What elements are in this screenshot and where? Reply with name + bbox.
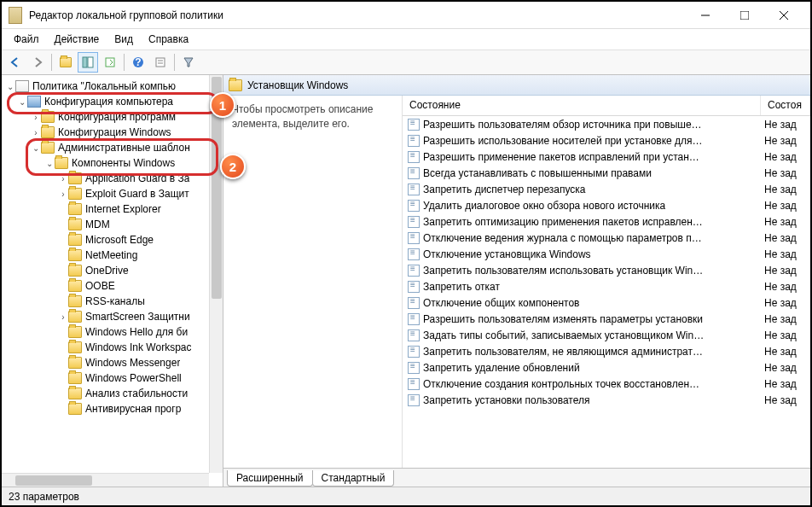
- tree-windows-settings[interactable]: Конфигурация Windows: [2, 125, 223, 140]
- list-row[interactable]: Отключение создания контрольных точек во…: [403, 376, 810, 392]
- tree-item[interactable]: RSS-каналы: [2, 294, 223, 309]
- tree-item[interactable]: Application Guard в За: [2, 171, 223, 186]
- setting-state: Не зад: [761, 216, 810, 228]
- menu-view[interactable]: Вид: [107, 32, 140, 47]
- setting-name: Отключение общих компонентов: [423, 297, 580, 309]
- list-row[interactable]: Запретить удаление обновленийНе зад: [403, 359, 810, 376]
- folder-icon: [55, 157, 68, 169]
- list-row[interactable]: Отключение установщика WindowsНе зад: [403, 246, 810, 262]
- tree-item[interactable]: Windows Ink Workspac: [2, 340, 223, 355]
- tree-item[interactable]: MDM: [2, 217, 223, 232]
- tree-root[interactable]: Политика "Локальный компью: [2, 79, 223, 94]
- setting-state: Не зад: [761, 394, 810, 406]
- policy-icon: [408, 329, 420, 341]
- up-button[interactable]: [55, 52, 76, 73]
- setting-state: Не зад: [761, 346, 810, 358]
- tab-extended[interactable]: Расширенный: [227, 470, 313, 487]
- funnel-icon: [183, 56, 194, 68]
- tree-item[interactable]: OOBE: [2, 278, 223, 294]
- caret-icon[interactable]: [44, 159, 55, 168]
- list-row[interactable]: Запретить оптимизацию применения пакетов…: [403, 213, 810, 230]
- list-row[interactable]: Удалить диалоговое окно обзора нового ис…: [403, 197, 810, 213]
- help-button[interactable]: ?: [128, 52, 148, 73]
- detail-pane: Установщик Windows Чтобы просмотреть опи…: [223, 75, 810, 487]
- scroll-thumb[interactable]: [15, 475, 92, 486]
- list-row[interactable]: Разрешить использование носителей при ус…: [403, 132, 810, 149]
- tree-item[interactable]: Анализ стабильности: [2, 386, 223, 401]
- list-row[interactable]: Всегда устанавливать с повышенными права…: [403, 165, 810, 181]
- menu-help[interactable]: Справка: [142, 32, 195, 47]
- tree-item[interactable]: Windows Messenger: [2, 355, 223, 370]
- tree-item[interactable]: Windows Hello для би: [2, 324, 223, 340]
- caret-icon[interactable]: [17, 97, 27, 107]
- folder-icon: [68, 249, 82, 261]
- list-rows[interactable]: Разрешить пользователям обзор источника …: [403, 116, 810, 468]
- detail-title: Установщик Windows: [247, 79, 348, 91]
- menu-file[interactable]: Файл: [7, 32, 46, 47]
- tree-item[interactable]: Windows PowerShell: [2, 370, 223, 386]
- tree-item-label: OOBE: [85, 280, 115, 292]
- list-row[interactable]: Разрешить пользователям обзор источника …: [403, 116, 810, 132]
- show-tree-button[interactable]: [78, 52, 98, 73]
- minimize-button[interactable]: [686, 3, 725, 28]
- setting-state: Не зад: [761, 378, 810, 390]
- caret-icon[interactable]: [58, 189, 68, 199]
- tree-horizontal-scrollbar[interactable]: [2, 473, 209, 487]
- tree-software-settings[interactable]: Конфигурация программ: [2, 109, 223, 125]
- list-row[interactable]: Запретить пользователям, не являющимся а…: [403, 343, 810, 359]
- column-state2[interactable]: Состоя: [761, 96, 810, 115]
- setting-state: Не зад: [761, 297, 810, 309]
- list-row[interactable]: Запретить пользователям использовать уст…: [403, 262, 810, 278]
- caret-icon[interactable]: [31, 143, 41, 153]
- list-row[interactable]: Отключение ведения журнала с помощью пар…: [403, 230, 810, 246]
- folder-icon: [68, 388, 82, 399]
- tree-item[interactable]: Microsoft Edge: [2, 232, 223, 248]
- tree-windows-components[interactable]: Компоненты Windows: [2, 155, 223, 171]
- back-button[interactable]: [5, 52, 26, 73]
- tree-admin-templates[interactable]: Административные шаблон: [2, 140, 223, 155]
- tree-vertical-scrollbar[interactable]: [209, 75, 223, 473]
- forward-button[interactable]: [27, 52, 48, 73]
- computer-icon: [27, 96, 41, 108]
- list-row[interactable]: Разрешить пользователям изменять парамет…: [403, 311, 810, 327]
- maximize-button[interactable]: [725, 3, 764, 28]
- toolbar-separator: [124, 54, 125, 71]
- column-state[interactable]: Состояние: [403, 96, 761, 115]
- list-row[interactable]: Отключение общих компонентовНе зад: [403, 294, 810, 311]
- tree-item-label: Windows Messenger: [85, 357, 180, 369]
- tree-computer-config[interactable]: Конфигурация компьютера: [2, 94, 223, 109]
- tree-item[interactable]: SmartScreen Защитни: [2, 309, 223, 324]
- filter-button[interactable]: [178, 52, 199, 73]
- list-row[interactable]: Задать типы событий, записываемых устано…: [403, 327, 810, 343]
- tree-item[interactable]: OneDrive: [2, 263, 223, 278]
- menu-action[interactable]: Действие: [48, 32, 107, 47]
- export-button[interactable]: [100, 52, 120, 73]
- detail-body: Чтобы просмотреть описание элемента, выд…: [223, 96, 810, 468]
- caret-icon[interactable]: [31, 128, 41, 137]
- tree-item[interactable]: Internet Explorer: [2, 201, 223, 217]
- list-row[interactable]: Запретить откатНе зад: [403, 278, 810, 294]
- tree-item[interactable]: Exploit Guard в Защит: [2, 186, 223, 201]
- list-row[interactable]: Разрешить применение пакетов исправлений…: [403, 149, 810, 165]
- caret-icon[interactable]: [58, 174, 68, 184]
- policy-icon: [408, 151, 420, 163]
- folder-icon: [68, 203, 82, 215]
- folder-icon: [229, 79, 242, 91]
- setting-name: Запретить пользователям, не являющимся а…: [423, 346, 703, 358]
- caret-icon[interactable]: [5, 82, 15, 91]
- list-row[interactable]: Запретить диспетчер перезапускаНе зад: [403, 181, 810, 197]
- window-title: Редактор локальной групповой политики: [29, 9, 686, 21]
- setting-name: Всегда устанавливать с повышенными права…: [423, 167, 652, 179]
- caret-icon[interactable]: [31, 113, 41, 122]
- setting-state: Не зад: [761, 329, 810, 341]
- caret-icon[interactable]: [58, 312, 68, 322]
- tree-item-label: Windows PowerShell: [85, 372, 182, 384]
- tree-item[interactable]: Антивирусная прогр: [2, 401, 223, 417]
- properties-button[interactable]: [150, 52, 171, 73]
- policy-icon: [408, 394, 420, 406]
- list-row[interactable]: Запретить установки пользователяНе зад: [403, 392, 810, 408]
- close-button[interactable]: [764, 3, 803, 28]
- tree-item[interactable]: NetMeeting: [2, 248, 223, 263]
- tab-standard[interactable]: Стандартный: [312, 470, 395, 487]
- description-hint: Чтобы просмотреть описание элемента, выд…: [232, 102, 393, 131]
